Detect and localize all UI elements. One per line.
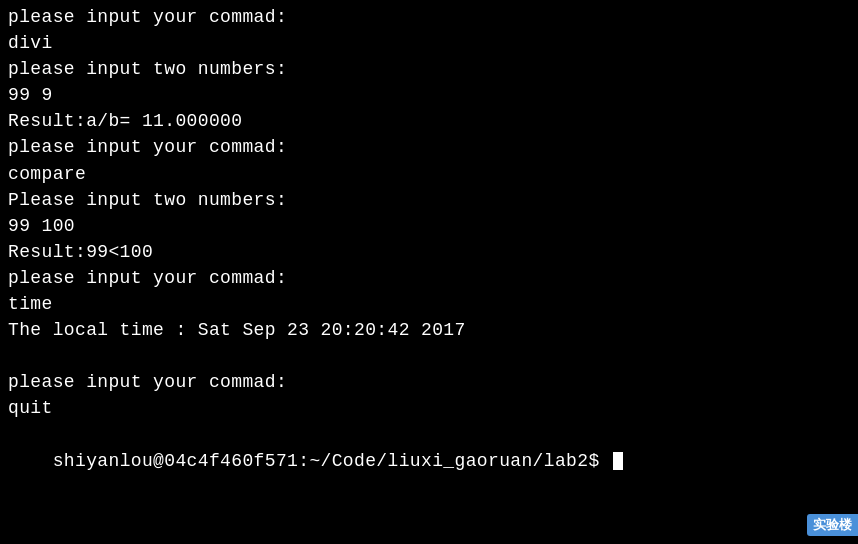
terminal-empty-line	[8, 343, 850, 369]
watermark: 实验楼	[807, 514, 858, 536]
terminal-line: Result:99<100	[8, 239, 850, 265]
terminal-line: divi	[8, 30, 850, 56]
terminal-line: Please input two numbers:	[8, 187, 850, 213]
terminal-line: 99 100	[8, 213, 850, 239]
terminal-line: Result:a/b= 11.000000	[8, 108, 850, 134]
terminal-prompt-line[interactable]: shiyanlou@04c4f460f571:~/Code/liuxi_gaor…	[8, 421, 850, 499]
terminal-line: please input two numbers:	[8, 56, 850, 82]
watermark-logo: 实验楼	[807, 514, 858, 536]
terminal-line: The local time : Sat Sep 23 20:20:42 201…	[8, 317, 850, 343]
terminal: please input your commad: divi please in…	[0, 0, 858, 544]
terminal-line: please input your commad:	[8, 369, 850, 395]
terminal-line: time	[8, 291, 850, 317]
terminal-cursor	[613, 452, 623, 470]
terminal-line: quit	[8, 395, 850, 421]
terminal-line: please input your commad:	[8, 4, 850, 30]
terminal-line: please input your commad:	[8, 134, 850, 160]
terminal-line: compare	[8, 161, 850, 187]
terminal-line: 99 9	[8, 82, 850, 108]
terminal-prompt-text: shiyanlou@04c4f460f571:~/Code/liuxi_gaor…	[53, 451, 611, 471]
terminal-line: please input your commad:	[8, 265, 850, 291]
